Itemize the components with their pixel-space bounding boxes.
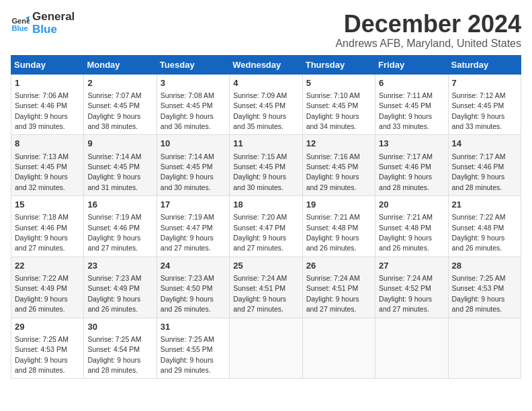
day-number: 20 [379, 199, 444, 211]
calendar-cell: 8Sunrise: 7:13 AMSunset: 4:45 PMDaylight… [11, 135, 84, 196]
day-info: Sunrise: 7:24 AMSunset: 4:51 PMDaylight:… [233, 274, 287, 313]
calendar-cell: 2Sunrise: 7:07 AMSunset: 4:45 PMDaylight… [84, 74, 157, 135]
calendar-cell: 21Sunrise: 7:22 AMSunset: 4:48 PMDayligh… [448, 196, 521, 257]
day-info: Sunrise: 7:21 AMSunset: 4:48 PMDaylight:… [379, 213, 433, 252]
calendar-cell [448, 318, 521, 379]
weekday-header-thursday: Thursday [302, 55, 375, 74]
weekday-header-monday: Monday [84, 55, 157, 74]
day-info: Sunrise: 7:11 AMSunset: 4:45 PMDaylight:… [379, 91, 433, 130]
day-number: 13 [379, 138, 444, 150]
calendar-table: SundayMondayTuesdayWednesdayThursdayFrid… [11, 55, 521, 379]
weekday-header-tuesday: Tuesday [157, 55, 229, 74]
calendar-cell: 18Sunrise: 7:20 AMSunset: 4:47 PMDayligh… [230, 196, 302, 257]
day-number: 30 [87, 321, 152, 333]
day-number: 17 [161, 199, 226, 211]
day-number: 25 [233, 260, 298, 272]
day-info: Sunrise: 7:10 AMSunset: 4:45 PMDaylight:… [306, 91, 360, 130]
day-info: Sunrise: 7:13 AMSunset: 4:45 PMDaylight:… [15, 152, 69, 191]
day-number: 1 [15, 77, 80, 89]
day-info: Sunrise: 7:23 AMSunset: 4:49 PMDaylight:… [87, 274, 141, 313]
calendar-cell [375, 318, 448, 379]
location-title: Andrews AFB, Maryland, United States [335, 38, 521, 50]
day-number: 6 [379, 77, 444, 89]
day-info: Sunrise: 7:25 AMSunset: 4:53 PMDaylight:… [15, 335, 69, 374]
calendar-cell: 29Sunrise: 7:25 AMSunset: 4:53 PMDayligh… [11, 318, 84, 379]
day-number: 26 [306, 260, 371, 272]
day-info: Sunrise: 7:24 AMSunset: 4:51 PMDaylight:… [306, 274, 360, 313]
weekday-header-friday: Friday [375, 55, 448, 74]
day-number: 4 [233, 77, 298, 89]
calendar-cell: 14Sunrise: 7:17 AMSunset: 4:46 PMDayligh… [448, 135, 521, 196]
weekday-header-saturday: Saturday [448, 55, 521, 74]
day-info: Sunrise: 7:19 AMSunset: 4:47 PMDaylight:… [161, 213, 214, 252]
day-info: Sunrise: 7:17 AMSunset: 4:46 PMDaylight:… [379, 152, 433, 191]
calendar-cell: 28Sunrise: 7:25 AMSunset: 4:53 PMDayligh… [448, 257, 521, 318]
calendar-cell: 16Sunrise: 7:19 AMSunset: 4:46 PMDayligh… [84, 196, 157, 257]
calendar-cell [230, 318, 302, 379]
day-info: Sunrise: 7:20 AMSunset: 4:47 PMDaylight:… [233, 213, 287, 252]
calendar-cell: 12Sunrise: 7:16 AMSunset: 4:45 PMDayligh… [302, 135, 375, 196]
logo: General Blue General Blue [11, 11, 75, 36]
calendar-cell: 25Sunrise: 7:24 AMSunset: 4:51 PMDayligh… [230, 257, 302, 318]
day-number: 2 [87, 77, 152, 89]
day-number: 12 [306, 138, 371, 150]
day-info: Sunrise: 7:18 AMSunset: 4:46 PMDaylight:… [15, 213, 69, 252]
day-info: Sunrise: 7:24 AMSunset: 4:52 PMDaylight:… [379, 274, 433, 313]
day-info: Sunrise: 7:09 AMSunset: 4:45 PMDaylight:… [233, 91, 287, 130]
day-number: 7 [452, 77, 517, 89]
calendar-cell: 27Sunrise: 7:24 AMSunset: 4:52 PMDayligh… [375, 257, 448, 318]
day-info: Sunrise: 7:21 AMSunset: 4:48 PMDaylight:… [306, 213, 360, 252]
day-info: Sunrise: 7:17 AMSunset: 4:46 PMDaylight:… [452, 152, 506, 191]
calendar-cell: 10Sunrise: 7:14 AMSunset: 4:45 PMDayligh… [157, 135, 229, 196]
day-number: 10 [161, 138, 226, 150]
day-number: 14 [452, 138, 517, 150]
day-info: Sunrise: 7:14 AMSunset: 4:45 PMDaylight:… [161, 152, 214, 191]
day-info: Sunrise: 7:25 AMSunset: 4:53 PMDaylight:… [452, 274, 506, 313]
day-number: 21 [452, 199, 517, 211]
calendar-cell: 19Sunrise: 7:21 AMSunset: 4:48 PMDayligh… [302, 196, 375, 257]
day-number: 31 [161, 321, 226, 333]
calendar-cell: 3Sunrise: 7:08 AMSunset: 4:45 PMDaylight… [157, 74, 229, 135]
svg-text:Blue: Blue [11, 24, 28, 32]
calendar-cell: 24Sunrise: 7:23 AMSunset: 4:50 PMDayligh… [157, 257, 229, 318]
calendar-cell: 1Sunrise: 7:06 AMSunset: 4:46 PMDaylight… [11, 74, 84, 135]
day-info: Sunrise: 7:22 AMSunset: 4:49 PMDaylight:… [15, 274, 69, 313]
logo-line1: General [32, 11, 75, 24]
day-info: Sunrise: 7:25 AMSunset: 4:55 PMDaylight:… [161, 335, 214, 374]
day-number: 22 [15, 260, 80, 272]
month-title: December 2024 [335, 11, 521, 38]
day-number: 27 [379, 260, 444, 272]
day-number: 29 [15, 321, 80, 333]
calendar-cell: 9Sunrise: 7:14 AMSunset: 4:45 PMDaylight… [84, 135, 157, 196]
day-info: Sunrise: 7:25 AMSunset: 4:54 PMDaylight:… [87, 335, 141, 374]
title-area: December 2024 Andrews AFB, Maryland, Uni… [335, 11, 521, 50]
day-number: 5 [306, 77, 371, 89]
calendar-cell: 11Sunrise: 7:15 AMSunset: 4:45 PMDayligh… [230, 135, 302, 196]
logo-line2: Blue [32, 24, 75, 36]
calendar-cell: 23Sunrise: 7:23 AMSunset: 4:49 PMDayligh… [84, 257, 157, 318]
day-number: 24 [161, 260, 226, 272]
day-info: Sunrise: 7:06 AMSunset: 4:46 PMDaylight:… [15, 91, 69, 130]
page-header: General Blue General Blue December 2024 … [11, 11, 521, 50]
day-info: Sunrise: 7:08 AMSunset: 4:45 PMDaylight:… [161, 91, 214, 130]
day-info: Sunrise: 7:22 AMSunset: 4:48 PMDaylight:… [452, 213, 506, 252]
weekday-header-sunday: Sunday [11, 55, 84, 74]
day-info: Sunrise: 7:15 AMSunset: 4:45 PMDaylight:… [233, 152, 287, 191]
calendar-cell: 5Sunrise: 7:10 AMSunset: 4:45 PMDaylight… [302, 74, 375, 135]
calendar-cell: 17Sunrise: 7:19 AMSunset: 4:47 PMDayligh… [157, 196, 229, 257]
calendar-cell: 26Sunrise: 7:24 AMSunset: 4:51 PMDayligh… [302, 257, 375, 318]
day-number: 9 [87, 138, 152, 150]
day-info: Sunrise: 7:16 AMSunset: 4:45 PMDaylight:… [306, 152, 360, 191]
day-info: Sunrise: 7:12 AMSunset: 4:45 PMDaylight:… [452, 91, 506, 130]
calendar-cell: 15Sunrise: 7:18 AMSunset: 4:46 PMDayligh… [11, 196, 84, 257]
day-number: 3 [161, 77, 226, 89]
day-number: 8 [15, 138, 80, 150]
weekday-header-wednesday: Wednesday [230, 55, 302, 74]
day-number: 18 [233, 199, 298, 211]
day-number: 11 [233, 138, 298, 150]
day-info: Sunrise: 7:14 AMSunset: 4:45 PMDaylight:… [87, 152, 141, 191]
calendar-cell: 6Sunrise: 7:11 AMSunset: 4:45 PMDaylight… [375, 74, 448, 135]
calendar-cell [302, 318, 375, 379]
day-number: 19 [306, 199, 371, 211]
calendar-cell: 7Sunrise: 7:12 AMSunset: 4:45 PMDaylight… [448, 74, 521, 135]
